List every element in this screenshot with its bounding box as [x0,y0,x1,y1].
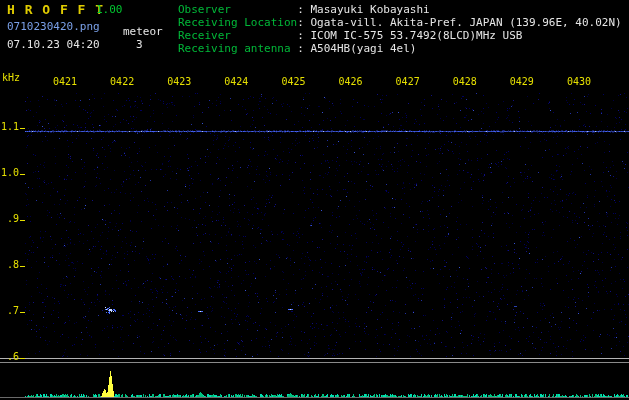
station-info-row: Observer: Masayuki Kobayashi [178,3,622,16]
time-axis: 0421042204230424042504260427042804290430 [0,77,629,89]
station-info: Observer: Masayuki KobayashiReceiving Lo… [178,3,622,55]
time-tick-label: 0421 [53,77,77,87]
station-info-label: Receiving Location [178,16,297,29]
app-version: 1.00 [96,4,123,15]
freq-axis: 1.11.0.9.8.7.6 [0,0,26,400]
station-info-label: Receiving antenna [178,42,297,55]
meteor-count: 3 [136,39,143,50]
time-tick-label: 0428 [453,77,477,87]
spectrogram-canvas [0,0,629,400]
station-info-row: Receiving antenna: A504HB(yagi 4el) [178,42,622,55]
freq-tick-label: .8 [0,260,19,270]
time-tick-label: 0429 [510,77,534,87]
freq-tick-mark [20,128,25,129]
station-info-row: Receiver: ICOM IC-575 53.7492(8LCD)MHz U… [178,29,622,42]
station-info-label: Receiver [178,29,297,42]
freq-tick-mark [20,312,25,313]
station-info-value: : Ogata-vill. Akita-Pref. JAPAN (139.96E… [297,16,622,29]
time-tick-label: 0426 [339,77,363,87]
hrofft-screen: H R O F F T 1.00 0710230420.png meteor 0… [0,0,629,400]
station-info-value: : A504HB(yagi 4el) [297,42,416,55]
mode-label: meteor [123,26,163,37]
time-tick-label: 0427 [396,77,420,87]
freq-tick-mark [20,358,25,359]
freq-tick-label: .9 [0,214,19,224]
freq-tick-label: .6 [0,352,19,362]
station-info-value: : Masayuki Kobayashi [297,3,429,16]
station-info-value: : ICOM IC-575 53.7492(8LCD)MHz USB [297,29,522,42]
freq-tick-mark [20,220,25,221]
freq-tick-mark [20,266,25,267]
station-info-label: Observer [178,3,297,16]
time-tick-label: 0422 [110,77,134,87]
time-tick-label: 0423 [167,77,191,87]
freq-tick-label: .7 [0,306,19,316]
freq-tick-mark [20,174,25,175]
freq-tick-label: 1.1 [0,122,19,132]
time-tick-label: 0424 [224,77,248,87]
time-tick-label: 0425 [281,77,305,87]
time-tick-label: 0430 [567,77,591,87]
station-info-row: Receiving Location: Ogata-vill. Akita-Pr… [178,16,622,29]
freq-tick-label: 1.0 [0,168,19,178]
